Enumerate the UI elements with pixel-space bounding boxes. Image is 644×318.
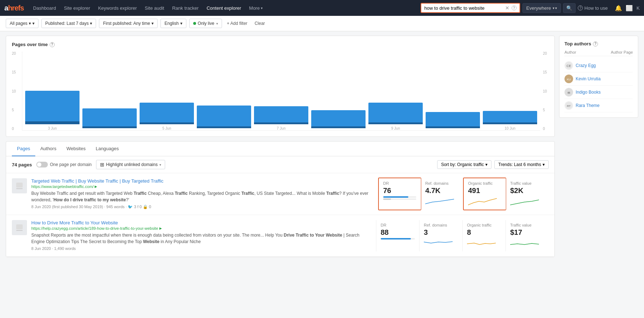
svg-rect-0 bbox=[16, 183, 23, 188]
ref-domains-value: 3 bbox=[424, 228, 458, 237]
result-title-link[interactable]: Targeted Web Traffic | Buy Website Traff… bbox=[31, 178, 375, 184]
highlight-unlinked-button[interactable]: ⊞ Highlight unlinked domains ▾ bbox=[96, 160, 165, 169]
external-link-icon: ▶ bbox=[159, 227, 162, 230]
author-row: IB Indigo Books bbox=[564, 86, 633, 99]
results-section: Pages Authors Websites Languages 74 page… bbox=[6, 141, 555, 257]
how-to-use-link[interactable]: ? How to use bbox=[578, 5, 608, 11]
result-url: https://www.targetedwebtraffic.com/ ▶ bbox=[31, 184, 375, 189]
nav-content-explorer[interactable]: Content explorer bbox=[203, 3, 245, 13]
top-authors-info-icon[interactable]: ? bbox=[593, 41, 598, 46]
search-go-button[interactable]: 🔍 bbox=[563, 3, 576, 13]
chevron-down-icon: ▾ bbox=[29, 21, 34, 26]
results-bar: 74 pages One page per domain ⊞ Highlight… bbox=[6, 156, 554, 173]
author-name[interactable]: Rara Theme bbox=[576, 103, 599, 108]
tab-websites[interactable]: Websites bbox=[62, 142, 91, 156]
chevron-down-icon: ▾ bbox=[485, 162, 487, 167]
dr-metric: DR 88 bbox=[376, 220, 419, 251]
only-live-filter[interactable]: Only live ▾ bbox=[189, 19, 222, 28]
nav-site-explorer[interactable]: Site explorer bbox=[60, 3, 94, 13]
main-content: Pages over time ? 0 5 10 15 20 3 Jun5 Ju… bbox=[0, 31, 644, 261]
result-meta: 8 Jun 2020 (first published 30 May 2019)… bbox=[31, 205, 375, 209]
chevron-down-icon: ▾ bbox=[543, 162, 545, 167]
dr-bar-fill bbox=[381, 238, 411, 239]
organic-traffic-value: 491 bbox=[468, 186, 501, 195]
svg-rect-3 bbox=[16, 230, 23, 231]
svg-text:RT: RT bbox=[567, 104, 571, 108]
author-info: CE Crazy Egg bbox=[564, 61, 596, 70]
how-to-use-icon: ? bbox=[578, 5, 583, 10]
search-help-icon[interactable]: ? bbox=[512, 5, 517, 10]
bar-segment-bottom bbox=[197, 126, 251, 128]
all-pages-filter[interactable]: All pages ▾ bbox=[6, 19, 38, 28]
nav-rank-tracker[interactable]: Rank tracker bbox=[168, 3, 202, 13]
author-avatar: RT bbox=[564, 101, 573, 110]
user-avatar[interactable]: K bbox=[636, 5, 640, 11]
author-name[interactable]: Crazy Egg bbox=[576, 63, 596, 68]
first-published-filter[interactable]: First published: Any time ▾ bbox=[99, 19, 158, 28]
clear-search-icon[interactable]: ✕ bbox=[505, 5, 509, 11]
bar-segment-bottom bbox=[140, 122, 194, 124]
author-col-header: Author bbox=[564, 50, 576, 54]
traffic-value-label: Traffic value bbox=[510, 223, 544, 227]
language-filter[interactable]: English ▾ bbox=[160, 19, 186, 28]
bar-group bbox=[197, 106, 251, 130]
bar-segment-top bbox=[140, 103, 194, 122]
organic-traffic-label: Organic traffic bbox=[468, 181, 501, 185]
published-filter[interactable]: Published: Last 7 days ▾ bbox=[41, 19, 96, 28]
result-title-link[interactable]: How to Drive More Traffic to Your Websit… bbox=[31, 220, 372, 225]
result-description: Snapshot Reports are the most impactful … bbox=[31, 232, 372, 245]
trends-button[interactable]: Trends: Last 6 months ▾ bbox=[494, 160, 549, 169]
author-info: RT Rara Theme bbox=[564, 101, 599, 110]
tab-languages[interactable]: Languages bbox=[91, 142, 124, 156]
bar-stack bbox=[483, 111, 537, 124]
authors-col-headers: Author Author Page bbox=[564, 50, 633, 56]
result-url: https://help.crazyegg.com/article/189-ho… bbox=[31, 226, 372, 230]
pages-count: 74 pages bbox=[12, 162, 32, 167]
notification-icon[interactable]: 🔔 bbox=[615, 5, 622, 12]
result-content: How to Drive More Traffic to Your Websit… bbox=[31, 220, 372, 251]
bar-group bbox=[311, 110, 366, 130]
traffic-value-metric: Traffic value $2K bbox=[505, 178, 549, 210]
organic-traffic-label: Organic traffic bbox=[467, 223, 501, 227]
ref-domains-label: Ref. domains bbox=[425, 181, 459, 185]
bar-date-label: 10 Jun bbox=[504, 126, 515, 130]
tab-authors[interactable]: Authors bbox=[35, 142, 62, 156]
author-name[interactable]: Kevin Urrutia bbox=[576, 76, 600, 81]
chart-info-icon[interactable]: ? bbox=[50, 42, 55, 47]
search-input[interactable] bbox=[424, 5, 505, 11]
nav-dashboard[interactable]: Dashboard bbox=[30, 3, 60, 13]
nav-site-audit[interactable]: Site audit bbox=[141, 3, 168, 13]
author-info: KU Kevin Urrutia bbox=[564, 75, 600, 83]
clear-filter-button[interactable]: Clear bbox=[253, 19, 267, 28]
result-metrics: DR 88 Ref. domains 3 Organ bbox=[376, 220, 549, 251]
bar-segment-top bbox=[483, 111, 537, 122]
chart-wrapper: 0 5 10 15 20 3 Jun5 Jun7 Jun9 Jun10 Jun … bbox=[12, 51, 549, 131]
bar-segment-top bbox=[82, 108, 137, 126]
bar-chart: 3 Jun5 Jun7 Jun9 Jun10 Jun bbox=[22, 51, 540, 131]
tab-pages[interactable]: Pages bbox=[12, 142, 35, 156]
bar-group: 10 Jun bbox=[483, 111, 537, 130]
pages-col-header: Author Page bbox=[611, 50, 633, 54]
add-filter-button[interactable]: + Add filter bbox=[225, 19, 250, 28]
result-thumbnail bbox=[12, 178, 27, 193]
result-item: How to Drive More Traffic to Your Websit… bbox=[6, 215, 554, 257]
ref-domains-chart bbox=[425, 195, 454, 206]
organic-traffic-chart bbox=[467, 237, 496, 247]
traffic-value-value: $2K bbox=[510, 186, 544, 195]
author-name[interactable]: Indigo Books bbox=[576, 90, 600, 95]
bar-stack bbox=[368, 103, 423, 124]
bar-group: 3 Jun bbox=[25, 91, 80, 130]
right-panel: Top authors ? Author Author Page CE Craz… bbox=[559, 36, 638, 257]
nav-keywords-explorer[interactable]: Keywords explorer bbox=[95, 3, 141, 13]
logo[interactable]: ahrefs bbox=[4, 4, 24, 12]
bar-segment-bottom bbox=[368, 122, 423, 124]
one-per-domain-toggle[interactable] bbox=[36, 162, 48, 167]
bar-segment-bottom bbox=[25, 121, 80, 124]
window-icon[interactable]: ⬜ bbox=[626, 5, 633, 12]
sort-by-button[interactable]: Sort by: Organic traffic ▾ bbox=[437, 160, 491, 169]
author-row: KU Kevin Urrutia bbox=[564, 72, 633, 86]
nav-more[interactable]: More ▾ bbox=[245, 3, 266, 13]
bar-segment-bottom bbox=[82, 126, 137, 128]
bar-segment-top bbox=[254, 106, 308, 122]
scope-dropdown[interactable]: Everywhere ▾ bbox=[522, 3, 561, 13]
